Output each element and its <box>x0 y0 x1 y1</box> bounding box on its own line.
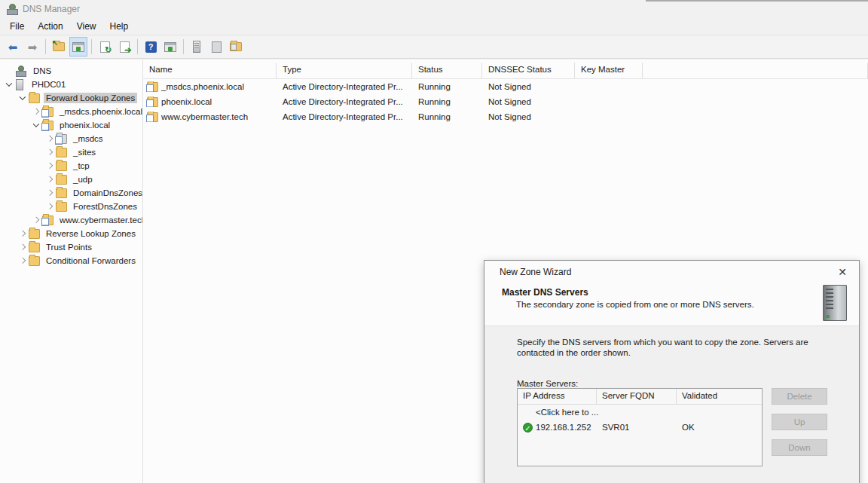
zone-status: Running <box>412 97 482 106</box>
delete-button[interactable]: Delete <box>772 388 827 405</box>
master-servers-table: IP Address Server FQDN Validated <Click … <box>517 388 763 466</box>
tree-item-msdcs[interactable]: _msdcs <box>0 132 142 145</box>
folder-icon <box>29 243 40 252</box>
column-header-name[interactable]: Name <box>143 63 277 78</box>
chevron-right-icon[interactable] <box>17 258 29 263</box>
server-tower-icon <box>823 285 847 321</box>
menu-view[interactable]: View <box>70 20 103 33</box>
zone-folder-icon[interactable] <box>227 37 245 57</box>
chevron-down-icon[interactable] <box>17 96 29 100</box>
column-header-server-fqdn[interactable]: Server FQDN <box>597 389 677 404</box>
tree-item-phdc01[interactable]: PHDC01 <box>0 78 142 91</box>
column-header-status[interactable]: Status <box>412 63 482 78</box>
close-icon[interactable]: ✕ <box>833 264 852 280</box>
tree-item-label: _msdcs <box>71 133 105 144</box>
chevron-right-icon[interactable] <box>44 150 56 154</box>
chevron-down-icon[interactable] <box>30 123 42 127</box>
tree-item-label: www.cybermaster.tech <box>57 215 143 225</box>
column-header-ip-address[interactable]: IP Address <box>518 389 597 404</box>
console-window-icon[interactable] <box>161 37 179 57</box>
dns-manager-app-icon <box>6 4 17 15</box>
master-servers-header: IP Address Server FQDN Validated <box>518 389 762 405</box>
tree-item-label: Conditional Forwarders <box>44 255 138 266</box>
tree-item-dns-root[interactable]: DNS <box>0 64 142 78</box>
tree-item-label: DomainDnsZones <box>71 188 143 198</box>
menu-file[interactable]: File <box>3 20 31 33</box>
menu-help[interactable]: Help <box>103 20 136 33</box>
list-header: Name Type Status DNSSEC Status Key Maste… <box>143 63 868 79</box>
folder-icon <box>56 161 67 171</box>
tree-item-sites[interactable]: _sites <box>0 145 142 159</box>
server-fqdn: SVR01 <box>597 423 677 432</box>
properties-page-icon[interactable] <box>207 37 225 57</box>
tree-item-label: phoenix.local <box>57 120 112 130</box>
tree-item-label: _sites <box>71 147 98 157</box>
chevron-right-icon[interactable] <box>17 231 29 236</box>
add-server-placeholder[interactable]: <Click here to ... <box>518 408 597 417</box>
chevron-right-icon[interactable] <box>44 177 56 182</box>
tree-item-forestdnszones[interactable]: ForestDnsZones <box>0 200 142 213</box>
chevron-down-icon[interactable] <box>3 82 15 87</box>
toolbar: ⬅ ➡ ↖ ↻ ➔ ? <box>0 35 868 59</box>
forward-arrow-icon[interactable]: ➡ <box>23 37 41 57</box>
chevron-right-icon[interactable] <box>44 204 56 209</box>
zone-dnssec-status: Not Signed <box>482 82 575 91</box>
master-server-add-row[interactable]: <Click here to ... <box>518 405 762 420</box>
server-list-icon[interactable] <box>188 37 206 57</box>
wizard-page-heading: Master DNS Servers <box>502 287 859 298</box>
back-arrow-icon[interactable]: ⬅ <box>4 37 22 57</box>
column-header-validated[interactable]: Validated <box>677 389 762 404</box>
column-header-key-master[interactable]: Key Master <box>575 63 643 78</box>
column-header-dnssec-status[interactable]: DNSSEC Status <box>482 63 575 78</box>
help-icon[interactable]: ? <box>142 37 160 57</box>
zone-row-msdcs-phoenix-local[interactable]: _msdcs.phoenix.local Active Directory-In… <box>143 79 868 94</box>
refresh-icon[interactable]: ↻ <box>96 37 114 57</box>
folder-icon <box>56 202 67 212</box>
zone-name: phoenix.local <box>161 97 212 106</box>
zone-type: Active Directory-Integrated Pr... <box>277 112 412 121</box>
toolbar-separator <box>183 39 184 54</box>
new-zone-wizard-dialog: New Zone Wizard ✕ Master DNS Servers The… <box>484 260 860 483</box>
zone-row-phoenix-local[interactable]: phoenix.local Active Directory-Integrate… <box>143 94 868 109</box>
tree-item-label: PHDC01 <box>29 79 68 90</box>
export-list-icon[interactable]: ➔ <box>115 37 133 57</box>
up-one-level-icon[interactable]: ↖ <box>50 37 68 57</box>
chevron-right-icon[interactable] <box>17 245 29 249</box>
chevron-right-icon[interactable] <box>44 191 56 195</box>
folder-icon <box>29 256 40 266</box>
server-ip: 192.168.1.252 <box>536 423 591 432</box>
tree-item-domaindnszones[interactable]: DomainDnsZones <box>0 186 142 200</box>
toolbar-separator <box>91 39 92 54</box>
show-console-tree-icon[interactable] <box>69 37 87 57</box>
dns-root-icon <box>15 66 26 76</box>
tree-item-conditional-forwarders[interactable]: Conditional Forwarders <box>0 254 142 267</box>
tree-item-reverse-lookup-zones[interactable]: Reverse Lookup Zones <box>0 227 142 240</box>
column-header-type[interactable]: Type <box>277 63 412 78</box>
tree-item-udp[interactable]: _udp <box>0 173 142 186</box>
tree-item-phoenix-local[interactable]: phoenix.local <box>0 118 142 132</box>
chevron-right-icon[interactable] <box>44 164 56 168</box>
menu-action[interactable]: Action <box>31 20 69 33</box>
column-header-spacer <box>643 63 868 78</box>
tree-item-forward-lookup-zones[interactable]: Forward Lookup Zones <box>0 91 142 105</box>
up-button[interactable]: Up <box>772 414 827 430</box>
zone-dnssec-status: Not Signed <box>482 112 575 121</box>
tree-item-label: DNS <box>31 66 53 76</box>
server-icon <box>16 79 23 90</box>
menu-bar: File Action View Help <box>0 18 868 35</box>
zone-name: _msdcs.phoenix.local <box>161 82 244 91</box>
wizard-page-subheading: The secondary zone is copied from one or… <box>516 300 859 309</box>
master-server-row[interactable]: ✓192.168.1.252 SVR01 OK <box>518 420 762 435</box>
tree-item-trust-points[interactable]: Trust Points <box>0 240 142 254</box>
chevron-right-icon[interactable] <box>44 136 56 141</box>
folder-icon <box>56 175 67 185</box>
zone-row-www-cybermaster-tech[interactable]: www.cybermaster.tech Active Directory-In… <box>143 109 868 124</box>
tree-item-www-cybermaster-tech[interactable]: www.cybermaster.tech <box>0 213 142 227</box>
folder-icon <box>29 229 40 239</box>
tree-item-tcp[interactable]: _tcp <box>0 159 142 173</box>
zone-type: Active Directory-Integrated Pr... <box>277 82 412 91</box>
tree-item-msdcs-phoenix-local[interactable]: _msdcs.phoenix.local <box>0 105 142 118</box>
down-button[interactable]: Down <box>772 439 827 456</box>
chevron-right-icon[interactable] <box>30 218 42 222</box>
chevron-right-icon[interactable] <box>30 109 42 114</box>
